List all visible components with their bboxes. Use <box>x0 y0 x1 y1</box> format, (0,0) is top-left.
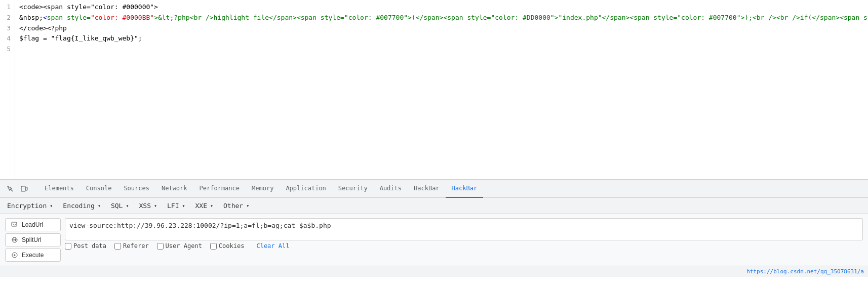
menu-encoding[interactable]: Encoding ▾ <box>60 201 104 211</box>
tab-hackbar-1[interactable]: HackBar <box>408 180 446 198</box>
execute-label: Execute <box>22 252 44 259</box>
svg-marker-7 <box>14 254 16 256</box>
split-url-label: SplitUrl <box>22 236 42 243</box>
menu-xss[interactable]: XSS ▾ <box>136 201 160 211</box>
status-url[interactable]: https://blog.csdn.net/qq_35078631/a <box>746 268 864 275</box>
clear-all-link[interactable]: Clear All <box>256 242 289 250</box>
menu-other-label: Other <box>223 202 243 210</box>
bottom-section: LoadUrl SplitUrl Execute <box>0 214 868 266</box>
cookies-checkbox[interactable]: Cookies <box>210 242 245 250</box>
tab-hackbar-2[interactable]: HackBar <box>446 180 484 198</box>
tab-security[interactable]: Security <box>332 180 374 198</box>
svg-line-0 <box>11 189 13 191</box>
tab-audits[interactable]: Audits <box>374 180 408 198</box>
devtools-toolbar-left <box>4 183 30 195</box>
menu-lfi[interactable]: LFI ▾ <box>164 201 188 211</box>
sidebar-buttons: LoadUrl SplitUrl Execute <box>5 218 61 262</box>
main-input-area: Post data Referer User Agent Cookies Cle… <box>65 218 863 250</box>
code-line-5 <box>19 44 864 55</box>
referer-check[interactable] <box>114 243 121 250</box>
split-url-button[interactable]: SplitUrl <box>5 233 61 246</box>
tab-sources[interactable]: Sources <box>117 180 155 198</box>
menu-lfi-label: LFI <box>167 202 179 210</box>
load-url-icon <box>11 221 19 229</box>
tab-console[interactable]: Console <box>80 180 118 198</box>
user-agent-label: User Agent <box>166 242 202 250</box>
referer-checkbox[interactable]: Referer <box>114 242 149 250</box>
menu-encryption[interactable]: Encryption ▾ <box>4 201 56 211</box>
devtools-tabs: Elements Console Sources Network Perform… <box>38 180 483 198</box>
menu-sql-arrow: ▾ <box>126 203 129 209</box>
inspect-icon[interactable] <box>4 183 16 195</box>
code-line-4: $flag = "flag{I_like_qwb_web}"; <box>19 33 864 44</box>
menu-xss-arrow: ▾ <box>154 203 157 209</box>
url-input[interactable] <box>65 218 863 240</box>
post-data-checkbox[interactable]: Post data <box>65 242 106 250</box>
code-line-1: <code><span style="color: #000000"> <box>19 2 864 13</box>
tab-memory[interactable]: Memory <box>246 180 280 198</box>
code-content: <code><span style="color: #000000"> &nbs… <box>15 0 868 179</box>
code-line-2: &nbsp;<span style="color: #0000BB">&lt;?… <box>19 13 864 23</box>
user-agent-check[interactable] <box>157 243 164 250</box>
code-area: 1 2 3 4 5 <code><span style="color: #000… <box>0 0 868 180</box>
cookies-label: Cookies <box>219 242 245 250</box>
load-url-button[interactable]: LoadUrl <box>5 218 61 231</box>
menu-sql[interactable]: SQL ▾ <box>108 201 132 211</box>
tab-elements[interactable]: Elements <box>38 180 80 198</box>
svg-rect-1 <box>21 186 25 191</box>
post-data-check[interactable] <box>65 243 71 250</box>
execute-icon <box>11 251 19 259</box>
status-bar: https://blog.csdn.net/qq_35078631/a <box>0 266 868 277</box>
devtools-toolbar: Elements Console Sources Network Perform… <box>0 180 868 198</box>
tab-network[interactable]: Network <box>155 180 193 198</box>
menu-xxe-label: XXE <box>195 202 207 210</box>
post-data-label: Post data <box>73 242 106 250</box>
execute-button[interactable]: Execute <box>5 248 61 262</box>
tab-application[interactable]: Application <box>280 180 332 198</box>
cookies-check[interactable] <box>210 243 217 250</box>
menu-xxe-arrow: ▾ <box>210 203 213 209</box>
menu-encoding-arrow: ▾ <box>98 203 101 209</box>
menu-lfi-arrow: ▾ <box>182 203 185 209</box>
menu-encryption-arrow: ▾ <box>50 203 53 209</box>
menu-other[interactable]: Other ▾ <box>220 201 252 211</box>
hackbar-menu-bar: Encryption ▾ Encoding ▾ SQL ▾ XSS ▾ LFI … <box>0 198 868 214</box>
referer-label: Referer <box>123 242 149 250</box>
menu-other-arrow: ▾ <box>246 203 249 209</box>
menu-encoding-label: Encoding <box>63 202 95 210</box>
menu-xxe[interactable]: XXE ▾ <box>192 201 217 211</box>
checkboxes-row: Post data Referer User Agent Cookies Cle… <box>65 242 863 250</box>
svg-rect-2 <box>26 187 27 190</box>
device-icon[interactable] <box>18 183 30 195</box>
menu-encryption-label: Encryption <box>7 202 47 210</box>
line-numbers: 1 2 3 4 5 <box>0 0 15 179</box>
load-url-label: LoadUrl <box>22 221 43 228</box>
tab-performance[interactable]: Performance <box>193 180 246 198</box>
split-url-icon <box>11 236 19 244</box>
code-line-3: </code><?php <box>19 23 864 34</box>
menu-xss-label: XSS <box>139 202 150 210</box>
menu-sql-label: SQL <box>111 202 123 210</box>
user-agent-checkbox[interactable]: User Agent <box>157 242 202 250</box>
